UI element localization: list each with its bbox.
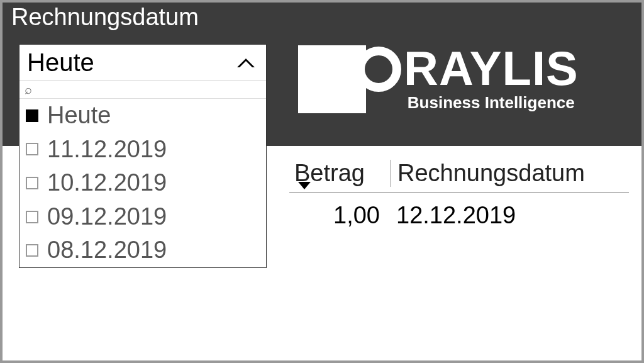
checkbox-unchecked-icon [26, 244, 38, 257]
slicer-title: Rechnungsdatum [3, 3, 641, 31]
option-label: Heute [47, 101, 111, 130]
chevron-up-icon [237, 59, 255, 67]
option-label: 09.12.2019 [47, 203, 167, 232]
dropdown-option[interactable]: 11.12.2019 [19, 133, 266, 167]
dropdown-search-input[interactable] [36, 82, 261, 97]
data-table: Betrag Rechnungsdatum 1,00 12.12.2019 [289, 160, 629, 229]
dropdown-option[interactable]: Heute [19, 99, 266, 133]
column-header-label: Rechnungsdatum [397, 160, 585, 186]
logo-o-icon [356, 47, 401, 92]
checkbox-unchecked-icon [26, 177, 38, 189]
option-label: 08.12.2019 [47, 236, 167, 265]
checkbox-unchecked-icon [26, 143, 38, 155]
sort-desc-icon [298, 182, 311, 189]
option-label: 10.12.2019 [47, 169, 167, 198]
dropdown-option[interactable]: 09.12.2019 [19, 200, 266, 234]
logo-name: RAYLIS [404, 48, 579, 89]
search-icon: ⌕ [25, 82, 32, 97]
table-row: 1,00 12.12.2019 [289, 193, 629, 229]
column-header-betrag[interactable]: Betrag [289, 160, 390, 187]
checkbox-checked-icon [26, 109, 38, 122]
table-header-row: Betrag Rechnungsdatum [289, 160, 629, 193]
checkbox-unchecked-icon [26, 211, 38, 223]
dropdown-search-row: ⌕ [19, 81, 266, 99]
cell-datum: 12.12.2019 [390, 202, 629, 229]
logo-wordmark: RAYLIS [356, 47, 579, 92]
column-header-datum[interactable]: Rechnungsdatum [390, 160, 629, 187]
cell-betrag: 1,00 [289, 202, 390, 229]
dropdown-toggle[interactable]: Heute [19, 45, 266, 81]
brand-logo: RAYLIS Business Intelligence [298, 45, 579, 113]
dropdown-selected-value: Heute [27, 48, 94, 77]
dropdown-option[interactable]: 10.12.2019 [19, 166, 266, 200]
logo-subtitle: Business Intelligence [356, 93, 579, 113]
date-slicer-dropdown: Heute ⌕ Heute 11.12.2019 10.12.2019 09.1… [19, 44, 267, 268]
dropdown-option[interactable]: 08.12.2019 [19, 233, 266, 267]
option-label: 11.12.2019 [47, 135, 167, 164]
